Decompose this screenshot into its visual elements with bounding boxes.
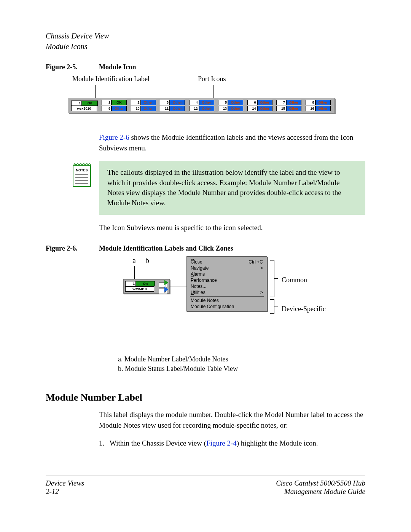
label-b: b [145, 256, 149, 265]
figure-2-6-caption: Figure 2-6. Module Identification Labels… [46, 244, 365, 252]
module-number: 1 [125, 281, 136, 286]
port-num: 4 [189, 100, 199, 105]
menu-item-module-notes[interactable]: Module Notes [187, 297, 267, 304]
port-status: Other [315, 100, 331, 105]
figure-2-6-legend: a. Module Number Label/Module Notes b. M… [118, 355, 365, 373]
chevron-right-icon: > [260, 290, 263, 295]
link-figure-2-6[interactable]: Figure 2-6 [99, 133, 129, 141]
port-num: 2 [131, 100, 141, 105]
figure-2-5-callouts: Module Identification Label Port Icons [46, 75, 365, 98]
menu-item-utilities[interactable]: Utilities> [187, 289, 267, 296]
paragraph-module-number: This label displays the module number. D… [99, 409, 365, 430]
step-list: 1. Within the Chassis Device view (Figur… [99, 438, 365, 449]
port-icon[interactable]: 13Other [218, 106, 246, 111]
module-status: On [136, 281, 155, 286]
legend-b: b. Module Status Label/Module Table View [118, 365, 365, 373]
menu-item-navigate[interactable]: Navigate> [187, 265, 267, 271]
port-status: Other [257, 100, 272, 105]
port-num: 6 [247, 100, 257, 105]
ports-row: 1OK2Other3Other4Other5Other6Other7Other8… [102, 100, 333, 105]
header-line1: Chassis Device View [46, 30, 365, 41]
paragraph-icon-subviews: The Icon Subviews menu is specific to th… [99, 222, 365, 233]
bracket-tick [274, 278, 278, 279]
module-model: wsx5010 [71, 106, 97, 111]
port-num: 10 [131, 106, 141, 111]
legend-a: a. Module Number Label/Module Notes [118, 355, 365, 363]
port-icon[interactable]: 1OK [102, 100, 129, 105]
header-line2: Module Icons [46, 41, 365, 52]
port-icon[interactable]: 14Other [247, 106, 275, 111]
port-icon[interactable]: 2Other [131, 100, 159, 105]
port-icon[interactable]: 10Other [131, 106, 159, 111]
link-figure-2-4[interactable]: Figure 2-4 [206, 439, 237, 447]
figure-2-5-caption: Figure 2-5. Module Icon [46, 63, 365, 71]
port-num: 11 [160, 106, 170, 111]
notes-block: NOTES The callouts displayed in the illu… [46, 161, 365, 215]
port-icon[interactable]: 9Other [102, 106, 129, 111]
callout-module-id-label: Module Identification Label [72, 75, 150, 83]
heading-module-number-label: Module Number Label [46, 392, 365, 403]
menu-item-notes[interactable]: Notes... [187, 283, 267, 289]
port-status: OK [112, 100, 127, 105]
module-id-label[interactable]: 1 On wsx5010 [71, 101, 98, 111]
port-icon[interactable]: 3Other [160, 100, 188, 105]
ab-labels: a b [132, 256, 157, 265]
callout-line [95, 85, 96, 98]
port-status: Other [228, 106, 243, 111]
port-icon[interactable]: 16Other [306, 106, 333, 111]
port-icon[interactable]: 6Other [247, 100, 275, 105]
module-icon-small[interactable]: 1 On wsx5010 1 9 [123, 279, 170, 294]
port-num: 16 [306, 106, 315, 111]
footer-right-2: Management Module Guide [276, 487, 365, 496]
triangle-icon [164, 280, 168, 285]
svg-text:NOTES: NOTES [76, 168, 88, 172]
chevron-right-icon: > [260, 265, 263, 271]
menu-item-module-config[interactable]: Module Configuration [187, 304, 267, 310]
label-common: Common [282, 276, 307, 284]
menu-separator [190, 296, 264, 297]
port-num: 5 [218, 100, 228, 105]
port-num: 12 [189, 106, 199, 111]
figure-2-6-num: Figure 2-6. [46, 244, 99, 252]
module-model: wsx5010 [125, 286, 154, 292]
port-icon[interactable]: 7Other [276, 100, 304, 105]
menu-shortcut: Ctrl +C [249, 259, 263, 265]
menu-item-performance[interactable]: Performance [187, 277, 267, 283]
port-status: Other [170, 100, 185, 105]
port-icon[interactable]: 8Other [306, 100, 333, 105]
menu-item-close[interactable]: Close Ctrl +C [187, 259, 267, 265]
ports-row: 9Other10Other11Other12Other13Other14Othe… [102, 106, 333, 111]
port-icon[interactable]: 5Other [218, 100, 246, 105]
port-icon[interactable]: 12Other [189, 106, 217, 111]
label-device-specific: Device-Specific [282, 305, 326, 313]
context-menu: ⊶ Close Ctrl +C Navigate> Alarms Perform… [186, 256, 267, 312]
figure-2-5-title: Module Icon [99, 63, 136, 71]
callout-line [134, 266, 135, 280]
bracket-tick [274, 307, 278, 307]
step-number: 1. [99, 438, 110, 449]
footer-left-1: Device Views [46, 479, 84, 487]
port-icon[interactable]: 4Other [189, 100, 217, 105]
page-footer: Device Views 2-12 Cisco Catalyst 5000/55… [46, 479, 365, 496]
port-status: Other [228, 100, 243, 105]
module-status: On [82, 101, 98, 106]
menu-item-alarms[interactable]: Alarms [187, 271, 267, 277]
step-1: 1. Within the Chassis Device view (Figur… [99, 438, 365, 449]
port-status: Other [286, 106, 301, 111]
port-num: 14 [247, 106, 257, 111]
port-status: Other [141, 106, 156, 111]
port-icon[interactable]: 11Other [160, 106, 188, 111]
module-number: 1 [71, 101, 82, 106]
port-num: 7 [276, 100, 286, 105]
port-num: 8 [306, 100, 315, 105]
footer-left-2: 2-12 [46, 487, 84, 496]
figure-2-6: a b 1 On wsx5010 1 9 ⊶ [122, 256, 365, 340]
callout-line [213, 85, 213, 98]
port-num: 15 [276, 106, 286, 111]
port-icon[interactable]: 15Other [276, 106, 304, 111]
notes-icon: NOTES [72, 161, 91, 189]
paragraph-fig26-intro: Figure 2-6 shows the Module Identificati… [99, 132, 365, 153]
callout-line [147, 266, 147, 280]
module-icon-bar: 1 On wsx5010 1OK2Other3Other4Other5Other… [68, 98, 335, 113]
figure-2-5-num: Figure 2-5. [46, 63, 99, 71]
